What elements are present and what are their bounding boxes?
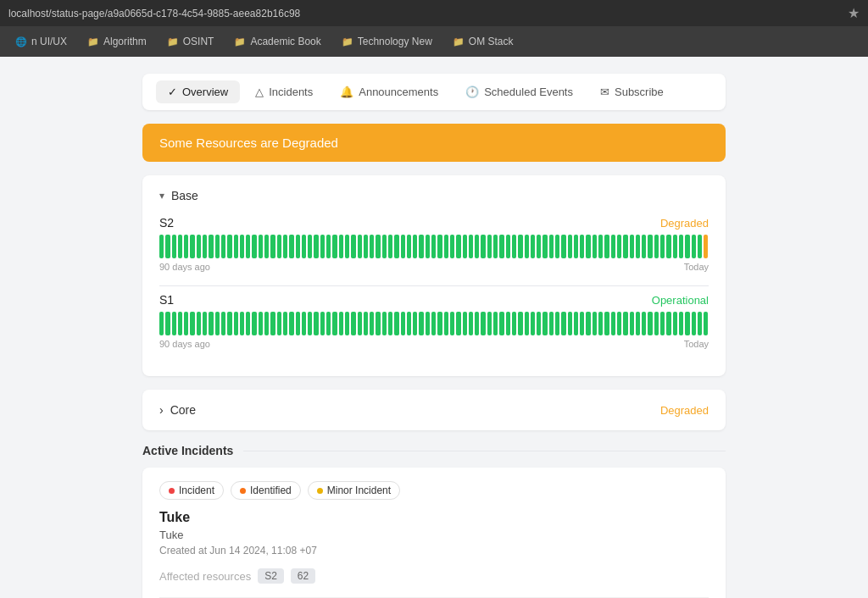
bar <box>326 312 331 335</box>
bar <box>542 312 547 335</box>
bar <box>165 235 170 258</box>
nav-tabs: ✓ Overview △ Incidents 🔔 Announcements 🕐… <box>142 74 726 110</box>
bar <box>493 235 498 258</box>
affected-label: Affected resources <box>159 570 251 583</box>
bar <box>673 235 677 258</box>
bar <box>376 312 380 335</box>
bar <box>240 312 244 335</box>
tab-label-om-stack: OM Stack <box>469 36 514 47</box>
bar <box>444 312 448 335</box>
bar-label-right-s1: Today <box>684 339 709 349</box>
tab-technology-new[interactable]: 📁 Technology New <box>333 32 441 51</box>
bar <box>197 312 201 335</box>
bar <box>518 235 522 258</box>
nav-tab-subscribe[interactable]: ✉ Subscribe <box>588 80 676 103</box>
bar <box>215 235 220 258</box>
bar <box>296 235 300 258</box>
bar <box>172 235 176 258</box>
nav-tab-overview[interactable]: ✓ Overview <box>156 80 240 103</box>
bar <box>320 235 325 258</box>
incident-subtitle: Tuke <box>159 529 709 541</box>
scheduled-events-icon: 🕐 <box>465 86 479 98</box>
bar <box>586 312 590 335</box>
affected-resources-row: Affected resources S2 62 <box>159 568 709 584</box>
bar-label-right-s2: Today <box>684 262 709 272</box>
bar <box>593 235 597 258</box>
tab-icon-technology-new: 📁 <box>342 36 353 47</box>
core-section-header[interactable]: › Core <box>159 403 196 417</box>
service-name-s2: S2 <box>159 216 174 230</box>
bar <box>190 235 194 258</box>
bar <box>636 312 640 335</box>
bar <box>456 312 460 335</box>
bar <box>159 235 164 258</box>
tab-om-stack[interactable]: 📁 OM Stack <box>444 32 522 51</box>
bar <box>642 312 646 335</box>
bar <box>159 312 164 335</box>
bar <box>215 312 220 335</box>
bar <box>332 235 337 258</box>
tag-minor-incident: Minor Incident <box>308 481 400 500</box>
bar <box>666 312 670 335</box>
tag-incident: Incident <box>159 481 224 500</box>
announcements-icon: 🔔 <box>340 86 353 98</box>
bar <box>277 312 281 335</box>
tab-ui-ux[interactable]: 🌐 n UI/UX <box>7 32 75 51</box>
bar <box>270 312 275 335</box>
active-incidents-header: Active Incidents <box>142 444 726 457</box>
service-status-s1: Operational <box>652 294 709 307</box>
tab-osint[interactable]: 📁 OSINT <box>159 32 223 51</box>
bar <box>203 235 207 258</box>
bar <box>283 312 287 335</box>
bar <box>302 312 306 335</box>
bar <box>184 312 188 335</box>
bar <box>685 312 689 335</box>
nav-tab-incidents[interactable]: △ Incidents <box>243 80 325 103</box>
bar <box>604 312 609 335</box>
bar <box>673 312 677 335</box>
bar <box>332 312 337 335</box>
bar <box>698 235 702 258</box>
tab-academic-book[interactable]: 📁 Academic Book <box>225 32 329 51</box>
bar <box>289 312 293 335</box>
bar <box>598 235 603 258</box>
bar <box>382 312 387 335</box>
bar <box>407 235 411 258</box>
bar <box>654 312 659 335</box>
bar <box>593 312 597 335</box>
bar <box>506 235 510 258</box>
nav-tab-announcements[interactable]: 🔔 Announcements <box>328 80 450 103</box>
bar <box>364 312 368 335</box>
bar <box>463 312 467 335</box>
bar <box>611 235 615 258</box>
bar <box>264 235 269 258</box>
base-section-header[interactable]: ▾ Base <box>159 189 709 202</box>
active-incidents-title: Active Incidents <box>142 444 233 457</box>
bar <box>351 312 355 335</box>
bar <box>617 312 621 335</box>
bar <box>499 312 504 335</box>
nav-tab-scheduled-events[interactable]: 🕐 Scheduled Events <box>453 80 585 103</box>
tab-bar: 🌐 n UI/UX 📁 Algorithm 📁 OSINT 📁 Academic… <box>0 26 868 57</box>
bar <box>382 235 387 258</box>
bar <box>531 312 535 335</box>
bar <box>518 312 522 335</box>
base-section-card: ▾ Base S2 Degraded 90 days ago Today <box>142 175 726 376</box>
service-row-s2: S2 Degraded 90 days ago Today <box>159 216 709 272</box>
bar <box>184 235 188 258</box>
tag-incident-label: Incident <box>179 484 214 496</box>
incident-meta: Created at Jun 14 2024, 11:08 +07 <box>159 545 709 556</box>
bar-labels-s1: 90 days ago Today <box>159 339 709 349</box>
bar <box>611 312 615 335</box>
bar <box>370 235 374 258</box>
tab-icon-algorithm: 📁 <box>87 36 99 47</box>
bar <box>326 235 331 258</box>
tab-algorithm[interactable]: 📁 Algorithm <box>79 32 155 51</box>
bar <box>394 312 398 335</box>
bar <box>252 235 256 258</box>
bar <box>401 235 405 258</box>
bookmark-star-icon[interactable]: ★ <box>848 5 860 21</box>
bar <box>190 312 194 335</box>
bar <box>623 235 627 258</box>
alert-banner: Some Resources are Degraded <box>142 124 726 162</box>
